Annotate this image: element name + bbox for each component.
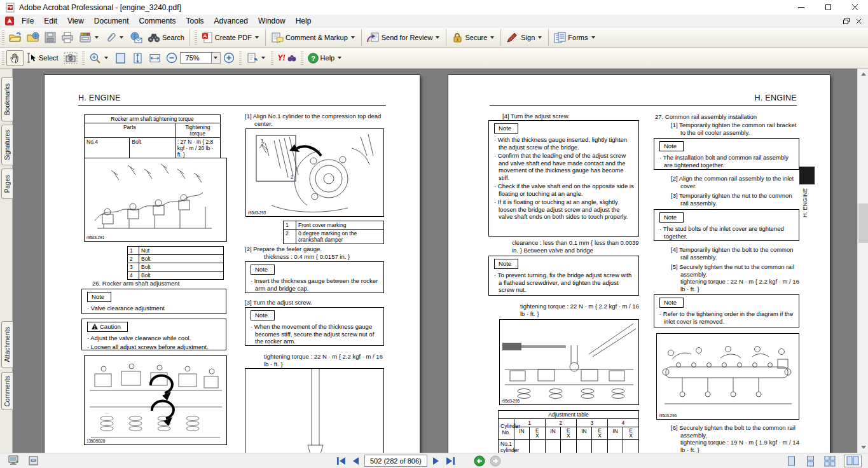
page-view-button[interactable] (28, 455, 39, 467)
continuous-button[interactable] (804, 456, 816, 467)
open-button[interactable] (6, 30, 24, 45)
scroll-up-button[interactable] (858, 69, 868, 79)
dropdown-arrow-icon[interactable] (351, 36, 355, 39)
dropdown-arrow-icon[interactable] (255, 36, 259, 39)
dropdown-arrow-icon[interactable] (95, 36, 99, 39)
dropdown-arrow-icon[interactable] (538, 36, 542, 39)
send-for-review-button[interactable]: Send for Review (364, 30, 444, 45)
zoom-dropdown-button[interactable] (212, 52, 221, 64)
toolbar-grip[interactable] (301, 51, 303, 65)
single-page-button[interactable] (785, 456, 797, 467)
actual-size-button[interactable] (112, 50, 129, 66)
forms-button[interactable]: Forms (551, 30, 598, 45)
page-number-field[interactable]: 502 (282 of 806) (364, 455, 427, 467)
sign-button[interactable]: Sign (504, 30, 546, 45)
menu-window[interactable]: Window (253, 16, 291, 26)
toolbar-grip[interactable] (271, 51, 273, 65)
right-page[interactable]: H. ENGINE [4] Turn the adjust screw. Not… (448, 75, 830, 453)
fit-width-icon (149, 52, 161, 64)
title-bar[interactable]: Adobe Acrobat Professional - [engine_324… (0, 0, 868, 15)
tab-comments[interactable]: Comments (1, 372, 13, 410)
menu-help[interactable]: Help (291, 16, 317, 26)
menu-advanced[interactable]: Advanced (209, 16, 253, 26)
dropdown-arrow-icon[interactable] (490, 36, 494, 39)
figure-common-rail-assembly: r95d3-296 (656, 333, 799, 420)
caution-item: · Loosen all adjust screws before adjust… (87, 343, 222, 351)
zoom-level-input[interactable]: 75% (180, 52, 212, 64)
scrollbar-thumb[interactable] (858, 203, 868, 243)
note-label: Note (494, 123, 518, 134)
first-page-button[interactable] (336, 457, 347, 465)
zoom-out-button[interactable] (163, 50, 180, 65)
open-web-page-button[interactable] (24, 30, 42, 45)
tab-signatures[interactable]: Signatures (1, 125, 13, 165)
toolbar-grip[interactable] (239, 51, 242, 65)
hand-tool-button[interactable] (6, 50, 24, 66)
document-close-button[interactable] (856, 18, 862, 24)
dropdown-arrow-icon[interactable] (261, 57, 265, 59)
secure-label: Secure (465, 34, 487, 41)
left-page[interactable]: H. ENGINE Rocker arm shaft tightening to… (45, 75, 420, 453)
fit-width-button[interactable] (146, 50, 163, 66)
spec-line: thickness : 0.4 mm { 0.0157 in. } (264, 253, 385, 261)
dropdown-arrow-icon[interactable] (104, 57, 108, 59)
menu-view[interactable]: View (62, 16, 89, 26)
tab-attachments[interactable]: Attachments (1, 321, 13, 368)
menu-edit[interactable]: Edit (39, 16, 62, 26)
secure-button[interactable]: Secure (449, 30, 498, 45)
email-globe-icon (130, 32, 142, 43)
menu-comments[interactable]: Comments (134, 16, 181, 26)
figure-label: r95d3-293 (248, 210, 266, 215)
email-button[interactable] (127, 30, 145, 45)
select-tool-button[interactable]: Select (24, 50, 61, 65)
vertical-scrollbar[interactable] (857, 69, 868, 453)
document-viewport[interactable]: H. ENGINE Rocker arm shaft tightening to… (13, 69, 857, 453)
toolbar-grip[interactable] (2, 51, 4, 65)
toolbar-grip[interactable] (195, 31, 197, 45)
yahoo-toolbar-button[interactable]: Y! (275, 52, 299, 64)
page-display-button[interactable] (244, 50, 269, 66)
next-view-button[interactable] (490, 455, 501, 467)
scroll-down-button[interactable] (858, 442, 868, 453)
toolbar-grip[interactable] (82, 51, 85, 65)
acrobat-icon (5, 17, 14, 25)
previous-view-button[interactable] (474, 455, 485, 467)
create-pdf-button[interactable]: Create PDF (199, 30, 263, 45)
next-page-button[interactable] (432, 457, 441, 465)
dropdown-arrow-icon[interactable] (338, 57, 341, 59)
dropdown-arrow-icon[interactable] (120, 36, 123, 39)
document-restore-button[interactable] (843, 18, 850, 24)
restore-button[interactable] (815, 0, 841, 15)
note-item: · To prevent turning, fix the bridge adj… (494, 272, 635, 294)
procedure-step: [1] Align No.1 cylinder to the compressi… (245, 113, 382, 127)
zoom-tool-button[interactable] (86, 50, 112, 66)
figure-front-cover-marking: 1 2 r95d3-293 (245, 128, 384, 217)
menu-tools[interactable]: Tools (181, 16, 209, 26)
tab-bookmarks[interactable]: Bookmarks (1, 77, 13, 121)
continuous-facing-button[interactable] (823, 456, 836, 467)
attach-file-button[interactable] (102, 30, 127, 45)
save-button[interactable] (42, 30, 59, 45)
search-button[interactable]: Search (145, 30, 187, 45)
last-page-button[interactable] (445, 457, 456, 465)
fit-page-button[interactable] (129, 50, 146, 66)
facing-button[interactable] (844, 455, 862, 467)
snapshot-tool-button[interactable] (61, 50, 80, 66)
previous-page-button[interactable] (351, 457, 360, 465)
menu-document[interactable]: Document (89, 16, 134, 26)
dropdown-arrow-icon[interactable] (591, 36, 595, 39)
menu-file[interactable]: File (17, 16, 39, 26)
dropdown-arrow-icon[interactable] (436, 36, 439, 39)
print-button[interactable] (59, 30, 76, 45)
close-button[interactable] (841, 0, 868, 15)
toolbar-grip[interactable] (2, 31, 4, 45)
comment-markup-button[interactable]: Comment & Markup (268, 30, 359, 45)
organizer-button[interactable] (76, 30, 102, 45)
first-page-icon (336, 457, 347, 465)
procedure-step: [1] Temporarily tighten the common rail … (671, 121, 801, 136)
zoom-in-button[interactable] (221, 50, 237, 65)
help-button[interactable]: ?Help (305, 51, 346, 65)
tab-pages[interactable]: Pages (1, 169, 13, 199)
document-status-button[interactable] (8, 455, 20, 467)
minimize-button[interactable] (788, 0, 815, 15)
